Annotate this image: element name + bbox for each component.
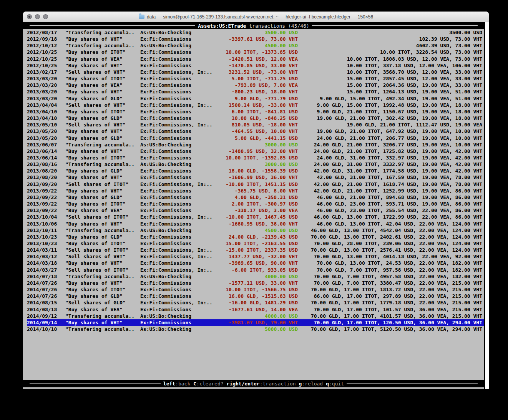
transaction-row[interactable]: 2012/09/18 "Buy shares of VHT" Ex:Fi:Com… bbox=[27, 36, 484, 42]
transaction-row[interactable]: 2013/03/20 "Buy shares of GLD" Ex:Fi:Com… bbox=[27, 95, 484, 102]
txn-description: "Buy shares of ITOT" bbox=[65, 108, 140, 115]
txn-running-balance: 102.39 USD, 73.00 VHT bbox=[298, 36, 484, 42]
transaction-row[interactable]: 2013/09/22 "Buy shares of VEA" Ex:Fi:Com… bbox=[27, 207, 484, 214]
transaction-row[interactable]: 2014/10/10 "Transfering accumula.. As:US… bbox=[27, 326, 484, 332]
txn-date: 2013/09/22 bbox=[27, 207, 65, 214]
txn-other-accounts: Ex:Fi:Commissions bbox=[140, 174, 217, 181]
transaction-row[interactable]: 2013/03/20 "Buy shares of VEA" Ex:Fi:Com… bbox=[27, 82, 484, 88]
txn-description: "Sell shares of ITOT" bbox=[65, 247, 140, 253]
transaction-row[interactable]: 2014/08/15 "Sell shares of GLD" Ex:Fi:Co… bbox=[27, 299, 484, 306]
transaction-row[interactable]: 2014/07/26 "Buy shares of ITOT" Ex:Fi:Co… bbox=[27, 286, 484, 293]
txn-running-balance: 70.00 GLD, 7.00 ITOT, 4957.58 USD, 22.00… bbox=[298, 273, 484, 280]
txn-date: 2014/10/10 bbox=[27, 326, 65, 332]
transaction-row[interactable]: 2013/05/20 "Buy shares of GLD" Ex:Fi:Com… bbox=[27, 135, 484, 141]
footer-rule-left bbox=[30, 383, 161, 384]
transaction-row[interactable]: 2014/03/11 "Sell shares of ITOT" Ex:Fi:C… bbox=[27, 247, 484, 253]
txn-date: 2013/04/10 bbox=[27, 115, 65, 121]
txn-date: 2014/09/12 bbox=[27, 313, 65, 319]
transaction-row[interactable]: 2013/08/20 "Buy shares of VHT" Ex:Fi:Com… bbox=[27, 174, 484, 181]
transaction-row[interactable]: 2013/03/20 "Buy shares of VHT" Ex:Fi:Com… bbox=[27, 88, 484, 95]
transaction-row[interactable]: 2013/05/10 "Sell shares of VHT" Ex:Fi:Co… bbox=[27, 121, 484, 128]
transaction-row[interactable]: 2013/09/22 "Buy shares of ITOT" Ex:Fi:Co… bbox=[27, 201, 484, 207]
txn-amount: 10.00 ITOT, -1566.75 USD bbox=[217, 286, 298, 293]
txn-running-balance: 70.00 GLD, 13.00 ITOT, 2402.61 USD, 22.0… bbox=[298, 234, 484, 240]
transaction-row[interactable]: 2013/06/14 "Buy shares of ITOT" Ex:Fi:Co… bbox=[27, 154, 484, 161]
txn-amount: 3000.00 USD bbox=[217, 141, 298, 148]
txn-running-balance: 19.00 GLD, 21.00 ITOT, 302.42 USD, 19.00… bbox=[298, 115, 484, 121]
txn-other-accounts: As:US:Bo:Checking bbox=[140, 161, 217, 168]
txn-date: 2012/10/25 bbox=[27, 49, 65, 55]
transaction-row[interactable]: 2013/10/23 "Buy shares of ITOT" Ex:Fi:Co… bbox=[27, 240, 484, 247]
transaction-row[interactable]: 2014/07/26 "Buy shares of GLD" Ex:Fi:Com… bbox=[27, 293, 484, 299]
transaction-row[interactable]: 2014/03/27 "Sell shares of ITOT" Ex:Fi:C… bbox=[27, 267, 484, 273]
txn-other-accounts: Ex:Fi:Commissions bbox=[140, 207, 217, 214]
transaction-row[interactable]: 2013/03/20 "Buy shares of ITOT" Ex:Fi:Co… bbox=[27, 75, 484, 82]
transaction-row[interactable]: 2013/04/10 "Buy shares of ITOT" Ex:Fi:Co… bbox=[27, 108, 484, 115]
transaction-row[interactable]: 2014/03/18 "Buy shares of VHT" Ex:Fi:Com… bbox=[27, 260, 484, 266]
txn-other-accounts: Ex:Fi:Commissions bbox=[140, 260, 217, 266]
txn-running-balance: 42.00 GLD, 31.00 ITOT, 167.59 USD, 19.00… bbox=[298, 174, 484, 181]
txn-other-accounts: Ex:Fi:Commissions bbox=[140, 128, 217, 134]
txn-running-balance: 46.00 GLD, 21.00 ITOT, 894.68 USD, 19.00… bbox=[298, 194, 484, 201]
transaction-row[interactable]: 2012/10/12 "Transfering accumula.. As:US… bbox=[27, 42, 484, 49]
transaction-row[interactable]: 2013/10/11 "Transfering accumula.. As:US… bbox=[27, 227, 484, 234]
txn-date: 2012/08/17 bbox=[27, 29, 65, 36]
keybinding-hint: g:reload bbox=[299, 381, 323, 387]
txn-other-accounts: Ex:Fi:Commissions bbox=[140, 306, 217, 313]
txn-running-balance: 70.00 GLD, 17.00 ITOT, 120.50 USD, 36.00… bbox=[298, 319, 484, 326]
transaction-row[interactable]: 2014/09/14 "Buy shares of VHT" Ex:Fi:Com… bbox=[27, 319, 484, 326]
txn-other-accounts: Ex:Fi:Commissions bbox=[140, 154, 217, 161]
transaction-row[interactable]: 2013/05/20 "Buy shares of VHT" Ex:Fi:Com… bbox=[27, 128, 484, 134]
txn-date: 2014/07/26 bbox=[27, 280, 65, 286]
transaction-row[interactable]: 2012/08/17 "Transfering accumula.. As:US… bbox=[27, 29, 484, 36]
transaction-row[interactable]: 2012/10/25 "Buy shares of ITOT" Ex:Fi:Co… bbox=[27, 49, 484, 55]
txn-date: 2012/09/18 bbox=[27, 36, 65, 42]
transaction-row[interactable]: 2012/10/25 "Buy shares of VEA" Ex:Fi:Com… bbox=[27, 56, 484, 62]
txn-amount: 10.00 ITOT, -1392.85 USD bbox=[217, 154, 298, 161]
transaction-row[interactable]: 2013/06/07 "Transfering accumula.. As:US… bbox=[27, 141, 484, 148]
txn-description: "Buy shares of VHT" bbox=[65, 260, 140, 266]
transaction-row[interactable]: 2013/08/20 "Buy shares of GLD" Ex:Fi:Com… bbox=[27, 168, 484, 174]
keybinding-action: :quit bbox=[329, 381, 344, 387]
transaction-row[interactable]: 2013/09/20 "Sell shares of ITOT" Ex:Fi:C… bbox=[27, 181, 484, 188]
transaction-row[interactable]: 2013/06/14 "Buy shares of VHT" Ex:Fi:Com… bbox=[27, 148, 484, 154]
minimize-button[interactable] bbox=[35, 14, 40, 19]
txn-other-accounts: As:US:Bo:Checking bbox=[140, 29, 217, 36]
txn-date: 2013/09/22 bbox=[27, 194, 65, 201]
transaction-row[interactable]: 2013/10/04 "Sell shares of ITOT" Ex:Fi:C… bbox=[27, 214, 484, 220]
transaction-row[interactable]: 2012/10/25 "Buy shares of VHT" Ex:Fi:Com… bbox=[27, 62, 484, 69]
transaction-row[interactable]: 2014/03/12 "Sell shares of VHT" Ex:Fi:Co… bbox=[27, 253, 484, 260]
txn-date: 2014/03/11 bbox=[27, 247, 65, 253]
txn-description: "Buy shares of ITOT" bbox=[65, 49, 140, 55]
zoom-button[interactable] bbox=[43, 14, 48, 19]
transaction-row[interactable]: 2013/09/22 "Buy shares of GLD" Ex:Fi:Com… bbox=[27, 194, 484, 201]
txn-amount: -464.55 USD, 10.00 VHT bbox=[217, 128, 298, 134]
txn-other-accounts: Ex:Fi:Commissions bbox=[140, 293, 217, 299]
transaction-row[interactable]: 2013/02/17 "Sell shares of VHT" Ex:Fi:Co… bbox=[27, 69, 484, 75]
txn-amount: -10.00 ITOT, 1451.15 USD bbox=[217, 181, 298, 188]
txn-running-balance: 10.00 ITOT, 3568.70 USD, 12.00 VEA, 33.0… bbox=[298, 69, 484, 75]
txn-running-balance: 9.00 GLD, 21.00 ITOT, 1150.67 USD, 19.00… bbox=[298, 108, 484, 115]
txn-running-balance: 70.00 GLD, 13.00 ITOT, 2576.41 USD, 22.0… bbox=[298, 247, 484, 253]
close-button[interactable] bbox=[27, 14, 32, 19]
transaction-row[interactable]: 2014/08/18 "Buy shares of VEA" Ex:Fi:Com… bbox=[27, 306, 484, 313]
footer-keys: left:backC:cleared?right/enter:transacti… bbox=[163, 381, 344, 387]
txn-description: "Transfering accumula.. bbox=[65, 326, 140, 332]
keybinding-action: :transaction bbox=[260, 381, 296, 387]
txn-other-accounts: Ex:Fi:Commissions bbox=[140, 88, 217, 95]
transaction-row[interactable]: 2013/04/04 "Sell shares of VHT" Ex:Fi:Co… bbox=[27, 102, 484, 108]
txn-amount: -6.00 ITOT, 933.05 USD bbox=[217, 267, 298, 273]
transaction-row[interactable]: 2014/09/12 "Transfering accumula.. As:US… bbox=[27, 313, 484, 319]
transaction-row[interactable]: 2013/10/06 "Buy shares of VHT" Ex:Fi:Com… bbox=[27, 221, 484, 227]
transaction-row[interactable]: 2014/07/18 "Transfering accumula.. As:US… bbox=[27, 273, 484, 280]
transaction-row[interactable]: 2013/04/10 "Buy shares of GLD" Ex:Fi:Com… bbox=[27, 115, 484, 121]
keybinding-footer-bar: left:backC:cleared?right/enter:transacti… bbox=[23, 380, 484, 387]
transaction-row[interactable]: 2013/10/23 "Buy shares of GLD" Ex:Fi:Com… bbox=[27, 234, 484, 240]
txn-running-balance: 46.00 GLD, 23.00 ITOT, 255.54 USD, 22.00… bbox=[298, 207, 484, 214]
scrollbar-track[interactable] bbox=[484, 22, 489, 389]
transaction-row[interactable]: 2013/09/22 "Buy shares of VHT" Ex:Fi:Com… bbox=[27, 188, 484, 194]
txn-amount: -10.00 ITOT, 1467.45 USD bbox=[217, 214, 298, 220]
transaction-row[interactable]: 2014/07/26 "Buy shares of VHT" Ex:Fi:Com… bbox=[27, 280, 484, 286]
transaction-row[interactable]: 2013/08/16 "Transfering accumula.. As:US… bbox=[27, 161, 484, 168]
txn-description: "Sell shares of VHT" bbox=[65, 102, 140, 108]
